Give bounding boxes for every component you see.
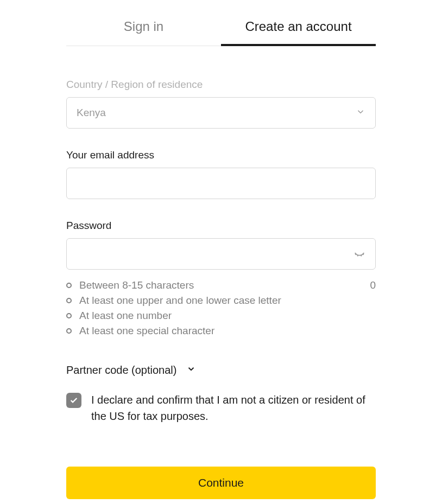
svg-line-2	[361, 255, 362, 256]
country-select[interactable]: Kenya	[66, 97, 376, 129]
country-field-group: Country / Region of residence Kenya	[66, 79, 376, 129]
check-icon	[70, 396, 78, 405]
rule-text: At least one special character	[79, 325, 214, 337]
email-label: Your email address	[66, 149, 376, 161]
svg-line-0	[355, 254, 356, 255]
password-char-count: 0	[370, 279, 376, 291]
declaration-checkbox[interactable]	[66, 393, 81, 408]
password-field-group: Password Between 8-15 characters 0	[66, 220, 376, 337]
password-rule: At least one number	[66, 310, 376, 322]
rule-bullet-icon	[66, 283, 72, 288]
eye-closed-icon[interactable]	[353, 247, 365, 261]
email-input[interactable]	[77, 177, 365, 189]
partner-code-label: Partner code (optional)	[66, 364, 176, 377]
svg-line-3	[363, 254, 363, 255]
continue-button[interactable]: Continue	[66, 467, 376, 499]
rule-bullet-icon	[66, 313, 72, 318]
tab-signin[interactable]: Sign in	[66, 19, 221, 46]
rule-text: At least one number	[79, 310, 172, 322]
country-value: Kenya	[77, 107, 356, 119]
auth-tabs: Sign in Create an account	[66, 0, 376, 46]
password-rule: At least one upper and one lower case le…	[66, 295, 376, 307]
password-rule: Between 8-15 characters 0	[66, 279, 376, 291]
chevron-down-icon	[186, 364, 196, 377]
password-rule: At least one special character	[66, 325, 376, 337]
password-rules: Between 8-15 characters 0 At least one u…	[66, 279, 376, 337]
country-label: Country / Region of residence	[66, 79, 376, 91]
rule-bullet-icon	[66, 328, 72, 334]
tab-create-account[interactable]: Create an account	[221, 19, 376, 46]
svg-line-1	[357, 255, 358, 256]
rule-text: At least one upper and one lower case le…	[79, 295, 281, 307]
password-input[interactable]	[77, 248, 353, 260]
rule-text: Between 8-15 characters	[79, 279, 194, 291]
email-field-group: Your email address	[66, 149, 376, 199]
partner-code-toggle[interactable]: Partner code (optional)	[66, 364, 376, 377]
password-label: Password	[66, 220, 376, 232]
declaration-text: I declare and confirm that I am not a ci…	[91, 392, 376, 424]
rule-bullet-icon	[66, 298, 72, 303]
declaration-row: I declare and confirm that I am not a ci…	[66, 392, 376, 424]
email-input-wrapper	[66, 168, 376, 199]
chevron-down-icon	[356, 107, 365, 119]
password-input-wrapper	[66, 238, 376, 270]
